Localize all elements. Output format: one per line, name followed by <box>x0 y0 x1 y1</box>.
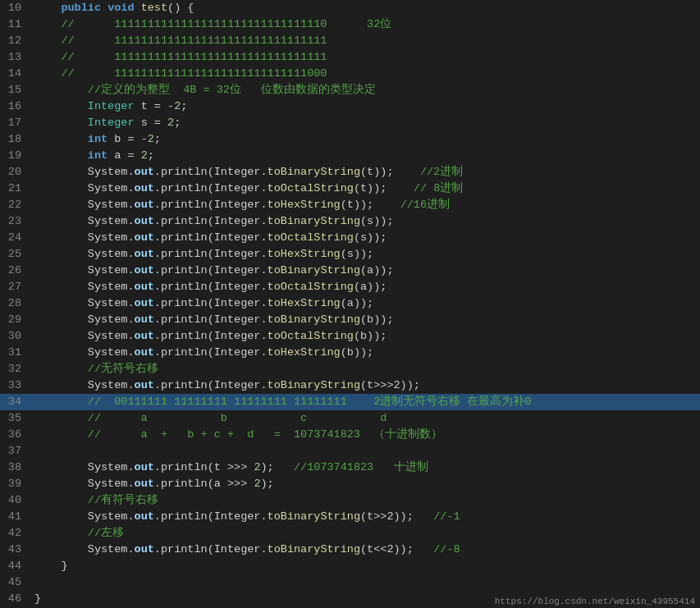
line-content: System.out.println(a >>> 2); <box>31 476 700 492</box>
line-content: System.out.println(Integer.toBinaryStrin… <box>31 263 700 279</box>
line-number: 45 <box>0 574 31 591</box>
token-plain: (a)); <box>354 281 387 293</box>
code-line: 23 System.out.println(Integer.toBinarySt… <box>0 213 700 230</box>
line-number: 33 <box>0 377 31 394</box>
line-number: 43 <box>0 542 31 558</box>
token-fn: toOctalString <box>268 281 354 293</box>
line-content: System.out.println(Integer.toOctalString… <box>31 230 700 246</box>
line-content: System.out.println(Integer.toBinaryStrin… <box>31 312 700 328</box>
code-line: 21 System.out.println(Integer.toOctalStr… <box>0 181 700 197</box>
token-plain: .println(Integer. <box>154 199 268 211</box>
token-cm: //有符号右移 <box>88 494 158 506</box>
token-plain <box>34 84 88 96</box>
token-plain: System. <box>34 231 135 244</box>
footer-url: https://blog.csdn.net/weixin_43955414 <box>490 595 700 608</box>
line-content: // 11111111111111111111111111111110 32位 <box>31 16 700 33</box>
token-plain <box>34 395 88 408</box>
token-plain: (b)); <box>354 330 387 342</box>
line-content: // a + b + c + d = 1073741823 （十进制数） <box>31 427 700 443</box>
token-plain <box>34 2 61 14</box>
line-content: System.out.println(t >>> 2); //107374182… <box>31 459 700 476</box>
token-num: -2 <box>141 133 154 145</box>
line-number: 14 <box>0 66 31 82</box>
token-plain: System. <box>34 510 135 523</box>
token-kw: void <box>108 2 134 14</box>
line-number: 12 <box>0 33 31 49</box>
token-cm: //左移 <box>88 527 124 539</box>
line-number: 18 <box>0 131 31 148</box>
code-line: 20 System.out.println(Integer.toBinarySt… <box>0 164 700 181</box>
line-number: 17 <box>0 115 31 131</box>
line-content: System.out.println(Integer.toOctalString… <box>31 181 700 197</box>
token-plain: System. <box>34 379 135 391</box>
token-plain: (t<<2)); <box>360 543 433 555</box>
line-number: 39 <box>0 476 31 492</box>
line-number: 25 <box>0 246 31 263</box>
line-number: 16 <box>0 98 31 115</box>
line-content: System.out.println(Integer.toOctalString… <box>31 279 700 295</box>
token-plain: (a)); <box>360 264 394 277</box>
token-plain <box>34 117 88 129</box>
token-plain: .println(a >>> <box>154 478 254 490</box>
token-plain <box>34 149 88 162</box>
token-plain: (t)); <box>360 166 420 178</box>
token-plain: .println(Integer. <box>154 379 268 391</box>
token-plain: .println(Integer. <box>154 510 268 523</box>
code-line: 14 // 11111111111111111111111111111000 <box>0 66 700 82</box>
token-out-kw: out <box>135 543 154 555</box>
code-line: 33 System.out.println(Integer.toBinarySt… <box>0 377 700 394</box>
line-number: 11 <box>0 16 31 33</box>
line-number: 30 <box>0 328 31 345</box>
line-number: 28 <box>0 295 31 312</box>
token-plain: System. <box>34 248 135 260</box>
token-cm: //1073741823 十进制 <box>294 461 428 473</box>
line-number: 27 <box>0 279 31 295</box>
token-plain <box>34 133 88 145</box>
line-number: 41 <box>0 509 31 525</box>
token-cm: // 11111111111111111111111111111111 <box>61 34 327 47</box>
line-content: int b = -2; <box>31 131 700 148</box>
token-cm: // 11111111111111111111111111111111 <box>61 51 327 63</box>
token-plain: .println(Integer. <box>154 543 268 555</box>
code-line: 19 int a = 2; <box>0 148 700 164</box>
line-content: System.out.println(Integer.toBinaryStrin… <box>31 213 700 230</box>
line-content: int a = 2; <box>31 148 700 164</box>
token-out-kw: out <box>135 182 154 194</box>
line-content: // 00111111 11111111 11111111 11111111 2… <box>31 394 700 410</box>
line-number: 26 <box>0 263 31 279</box>
code-line: 34 // 00111111 11111111 11111111 1111111… <box>0 394 700 410</box>
token-out-kw: out <box>135 346 154 359</box>
token-plain: .println(Integer. <box>154 264 268 277</box>
token-out-kw: out <box>135 379 154 391</box>
token-plain: (s)); <box>360 215 394 227</box>
token-fn: toHexString <box>268 199 341 211</box>
token-plain: ; <box>154 133 161 145</box>
token-cm: //-8 <box>433 543 460 555</box>
token-plain: (t>>2)); <box>360 510 433 523</box>
token-fn: test <box>141 2 167 14</box>
token-out-kw: out <box>135 248 154 260</box>
code-line: 39 System.out.println(a >>> 2); <box>0 476 700 492</box>
line-content: System.out.println(Integer.toHexString(b… <box>31 345 700 361</box>
line-content: // 11111111111111111111111111111111 <box>31 49 700 66</box>
line-content: // 11111111111111111111111111111000 <box>31 66 700 82</box>
code-line: 12 // 11111111111111111111111111111111 <box>0 33 700 49</box>
token-plain <box>34 428 88 441</box>
token-out-kw: out <box>135 478 154 490</box>
token-fn: toHexString <box>268 297 341 309</box>
token-plain: System. <box>34 330 135 342</box>
token-out-kw: out <box>135 166 154 178</box>
token-fn: toBinaryString <box>268 313 360 326</box>
token-plain: System. <box>34 543 135 555</box>
token-type: Integer <box>88 100 135 112</box>
code-line: 37 <box>0 443 700 459</box>
code-line: 28 System.out.println(Integer.toHexStrin… <box>0 295 700 312</box>
token-fn: toHexString <box>268 248 341 260</box>
token-plain: () { <box>167 2 194 14</box>
token-plain: } <box>34 560 68 572</box>
token-plain: System. <box>34 182 135 194</box>
token-plain: (s)); <box>354 231 387 244</box>
token-plain: .println(Integer. <box>154 346 268 359</box>
token-fn: toBinaryString <box>268 264 360 277</box>
token-plain: ; <box>148 149 154 162</box>
